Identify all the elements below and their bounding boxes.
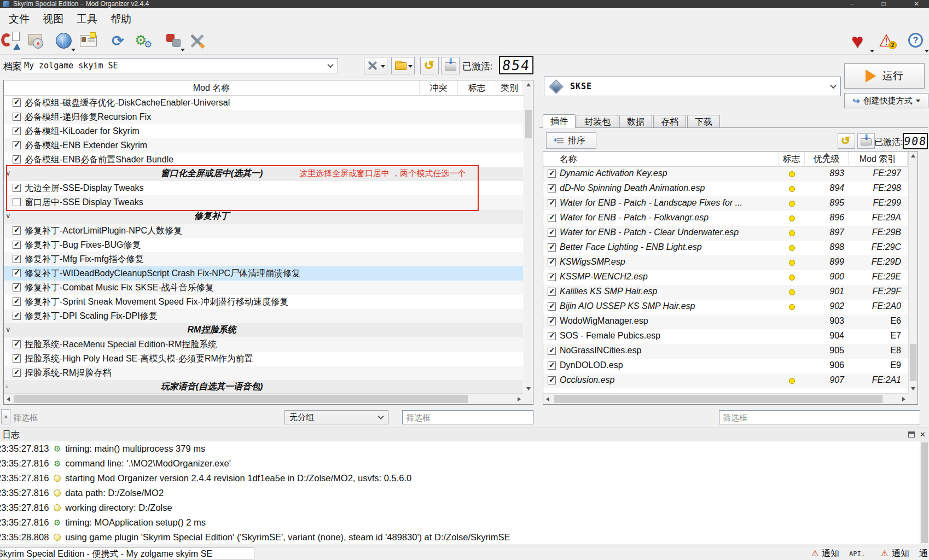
mod-checkbox[interactable] [13,340,21,348]
mod-checkbox[interactable] [13,226,21,235]
plugin-checkbox[interactable] [548,302,556,311]
mod-filter-input[interactable] [13,410,232,424]
endorse-heart-icon[interactable]: ♥ [851,32,871,52]
mod-row[interactable]: 必备模组-KiLoader for Skyrim [4,124,523,138]
scroll-up-icon[interactable] [524,80,533,89]
plugin-row[interactable]: Bijin AIO USSEP KS SMP Hair.esp902FE:2A0 [543,300,908,314]
plugin-checkbox[interactable] [548,317,556,325]
plugin-row[interactable]: KSWigsSMP.esp899FE:29D [543,255,908,270]
mod-row[interactable]: 修复补丁-ActorLimitPlugin-NPC人数修复 [4,224,523,238]
plugin-checkbox[interactable] [548,273,556,281]
plugin-checkbox[interactable] [548,347,556,355]
plugin-checkbox[interactable] [548,199,556,207]
plugin-row[interactable]: Water for ENB - Patch - Clear Underwater… [543,226,908,241]
mod-row[interactable]: 修复补丁-WIDeadBodyCleanupScript Crash Fix-N… [4,266,523,281]
scrollbar-thumb[interactable] [14,395,468,403]
group-by-combobox[interactable]: 无分组 [284,410,388,424]
problems-warning-icon[interactable]: ⚠2 [879,32,898,52]
mod-checkbox[interactable] [13,184,21,192]
mod-filter-box[interactable] [402,410,533,424]
mod-separator-row[interactable]: ∨窗口化全屏或居中(选其一)这里选择全屏或窗口居中 ，两个模式任选一个 [4,167,523,181]
plugin-row[interactable]: Better Face Lighting - ENB Light.esp898F… [543,241,908,255]
profile-combobox[interactable]: My zolgame skyim SE [21,58,338,73]
scrollbar-thumb[interactable] [910,344,916,381]
plugin-row[interactable]: Occlusion.esp907FE:2A1 [543,374,908,388]
plugin-list-vertical-scrollbar[interactable] [908,151,918,393]
nexus-globe-icon[interactable] [56,32,76,52]
plugin-checkbox[interactable] [548,229,556,237]
executable-combobox[interactable]: SKSE [544,77,841,96]
scroll-down-icon[interactable] [524,384,533,393]
mod-checkbox[interactable] [13,354,21,363]
mod-row[interactable]: 无边全屏-SSE-Display Tweaks [4,181,523,195]
status-notice-2[interactable]: 通知 [892,548,909,559]
plugin-row[interactable]: dD-No Spinning Death Animation.esp894FE:… [543,182,908,196]
close-log-icon[interactable]: ✕ [920,428,926,441]
plugin-list-horizontal-scrollbar[interactable] [543,393,908,404]
plugin-row[interactable]: DynDOLOD.esp906E9 [543,359,908,374]
tab-item[interactable]: 封装包 [577,115,618,128]
column-header[interactable]: Mod 索引 [849,151,908,167]
dock-icon[interactable] [908,431,915,438]
mod-list-vertical-scrollbar[interactable] [524,80,533,393]
mod-separator-row[interactable]: ›玩家语音(自选其一语音包) [4,380,523,394]
plugin-checkbox[interactable] [548,376,556,384]
plugin-row[interactable]: Kalilies KS SMP Hair.esp901FE:29F [543,285,908,300]
column-header[interactable]: 标志 [458,80,496,96]
scroll-right-icon[interactable] [899,395,908,404]
plugin-row[interactable]: KSSMP-WENCH2.esp900FE:29E [543,270,908,285]
plugins-backup-button[interactable]: ⇓ [857,133,875,149]
mod-checkbox[interactable] [13,241,21,249]
mod-checkbox[interactable] [13,312,21,320]
create-backup-button[interactable]: ⇓ [441,57,460,74]
mod-checkbox[interactable] [13,298,21,306]
mod-checkbox[interactable] [13,98,21,107]
column-header[interactable]: 冲突 [420,80,458,96]
menu-item[interactable]: 视图 [36,11,70,27]
mod-row[interactable]: 修复补丁-Sprint Sneak Movement Speed Fix-冲刺潜… [4,295,523,309]
executables-puzzle-icon[interactable] [165,32,185,52]
mod-row[interactable]: 修复补丁-DPI Scaling Fix-DPI修复 [4,309,523,323]
column-header[interactable]: Mod 名称 [4,80,420,96]
close-button[interactable]: ✕ [907,0,926,8]
run-button[interactable]: 运行 [844,63,925,89]
status-notice-1[interactable]: 通知 [822,548,839,559]
plugin-checkbox[interactable] [548,184,556,192]
column-header[interactable]: 优先级 [805,151,849,167]
menu-item[interactable]: 文件 [2,11,36,27]
tab-plugins[interactable]: 插件 [543,114,576,128]
mod-row[interactable]: 捏脸系统-RaceMenu Special Edition-RM捏脸系统 [4,337,523,352]
column-header[interactable]: 类别 [496,80,523,96]
profiles-card-icon[interactable] [80,32,100,52]
minimize-button[interactable]: – [843,0,861,8]
plugin-row[interactable]: SOS - Female Pubics.esp904E7 [543,329,908,344]
mod-checkbox[interactable] [13,113,21,121]
plugin-row[interactable]: Water for ENB - Patch - Folkvangr.esp896… [543,211,908,226]
mod-row[interactable]: 必备模组-磁盘缓存优化-DiskCacheEnabler-Universal [4,96,523,110]
mod-checkbox[interactable] [13,269,21,277]
mod-separator-row[interactable]: ∨修复补丁 [4,209,523,224]
mod-checkbox[interactable] [13,255,21,263]
mod-checkbox[interactable] [13,127,21,135]
create-shortcut-button[interactable]: ↪ 创建快捷方式 [844,93,928,108]
plugin-row[interactable]: NoGrassINCities.esp905E8 [543,344,908,359]
plugin-row[interactable]: WodoWigManager.esp903E6 [543,314,908,329]
profile-tools-button[interactable] [364,57,387,74]
mod-row[interactable]: 窗口居中-SSE Display Tweaks [4,195,523,209]
menu-item[interactable]: 帮助 [104,11,138,27]
plugin-row[interactable]: Water for ENB - Patch - Landscape Fixes … [543,196,908,211]
mo2-logo-icon[interactable] [1,32,21,52]
scrollbar-thumb[interactable] [525,110,532,138]
column-header[interactable]: 标志 [779,151,805,167]
log-vertical-scrollbar[interactable] [920,441,929,544]
mod-checkbox[interactable] [13,369,21,377]
scroll-left-icon[interactable] [543,395,552,404]
restore-backup-button[interactable]: ↺ [420,57,439,74]
plugin-filter-input[interactable] [719,410,920,424]
mod-row[interactable]: 捏脸系统-RM捏脸存档 [4,366,523,380]
tab-item[interactable]: 存档 [653,115,686,128]
mod-checkbox[interactable] [13,283,21,291]
settings-gears-icon[interactable]: ⚙⚙ [135,32,154,52]
mod-row[interactable]: 必备模组-ENB必备前置Shader Bundle [4,153,523,167]
open-folder-button[interactable] [391,57,415,74]
